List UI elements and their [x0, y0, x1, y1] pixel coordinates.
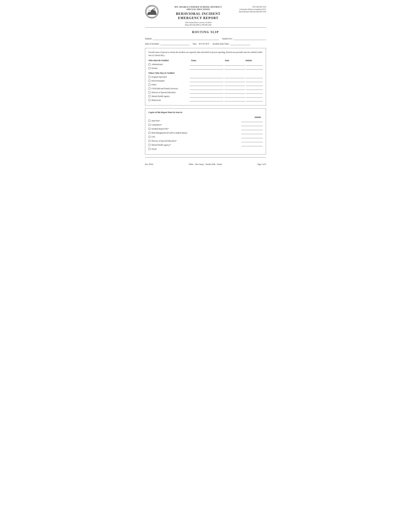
initials-line-administrator[interactable]	[246, 63, 262, 66]
label-administrator: Administrator	[151, 63, 163, 66]
checkbox-administrator[interactable]	[149, 63, 150, 65]
label-mental-health: Mental Health Agency	[151, 95, 170, 97]
checkbox-behaviorist[interactable]	[149, 99, 150, 101]
svg-text:UNIFIED SCHOOL: UNIFIED SCHOOL	[149, 17, 155, 18]
date-line-police[interactable]	[225, 83, 245, 86]
date-line-director-sped[interactable]	[225, 91, 245, 94]
checkbox-incident-report-file[interactable]	[149, 128, 150, 130]
initials-line-director-sped[interactable]	[246, 91, 262, 94]
copies-title: Copies of this Report Must be Sent to:	[149, 111, 262, 114]
initials-line-cumulative[interactable]	[242, 124, 262, 126]
date-line-program-specialist[interactable]	[225, 76, 245, 78]
copies-item-parent: Parent	[149, 148, 262, 150]
notify-item-behaviorist: Behaviorist	[149, 99, 262, 101]
student-no-field[interactable]	[234, 37, 266, 40]
notify-item-cfs: CFS(Child and Family Services)	[149, 87, 262, 90]
label-cfs-copies: CFS	[151, 136, 155, 138]
header-right-info: FAX (925) 687 3139 Community Advisory Co…	[234, 5, 266, 13]
date-line-mental-health[interactable]	[225, 95, 245, 97]
initials-line-program-specialist[interactable]	[246, 76, 262, 78]
label-parents: Parents	[151, 67, 158, 69]
initials-line-incident-report-file[interactable]	[242, 127, 262, 130]
initials-line-mental-health-copies[interactable]	[242, 144, 262, 146]
name-line-doctor-hospital[interactable]	[190, 79, 223, 82]
notify-table-header: Who Must Be Notified Name Date Initials	[149, 59, 262, 62]
name-line-police[interactable]	[190, 83, 223, 86]
date-line-doctor-hospital[interactable]	[225, 79, 245, 82]
checkbox-risk-management[interactable]	[149, 132, 150, 134]
notify-item-program-specialist: Program Specialist	[149, 76, 262, 78]
copies-item-mental-health-copies: Mental Health Agency*	[149, 144, 262, 146]
checkbox-director-sped[interactable]	[149, 91, 150, 93]
name-line-director-sped[interactable]	[190, 91, 223, 94]
date-line-behaviorist[interactable]	[225, 99, 245, 101]
label-cfs: CFS(Child and Family Services)	[151, 87, 178, 90]
label-cumulative: Cumulative*	[151, 124, 162, 126]
checkbox-cumulative[interactable]	[149, 124, 150, 126]
label-risk-management: Risk Management (if staff or student inj…	[151, 132, 187, 134]
copies-item-risk-management: Risk Management (if staff or student inj…	[149, 132, 262, 134]
date-line-administrator[interactable]	[225, 63, 245, 66]
checkbox-police[interactable]	[149, 84, 150, 86]
footer-copies: White – Site Canary – Teacher Pink – Par…	[189, 163, 222, 165]
initials-line-risk-management[interactable]	[242, 132, 262, 134]
footer-rev: Rev. 09/04	[145, 163, 153, 165]
notify-item-administrator: Administrator	[149, 63, 262, 66]
footer-divider	[145, 157, 266, 158]
initials-line-mental-health[interactable]	[246, 95, 262, 97]
label-doctor-hospital: Doctor/Hospital	[151, 80, 165, 82]
incident-start-time: Incident Start Time:	[213, 42, 250, 45]
initials-line-staff-file[interactable]	[242, 119, 262, 122]
name-line-cfs[interactable]	[190, 87, 223, 90]
others-header: Others Who May be Notified	[149, 72, 262, 74]
initials-line-doctor-hospital[interactable]	[246, 79, 262, 82]
checkbox-parents[interactable]	[149, 67, 150, 69]
copies-item-director-sped-copies: Director of Special Education*	[149, 140, 262, 142]
copies-item-cumulative: Cumulative*	[149, 124, 262, 126]
notify-item-mental-health: Mental Health Agency	[149, 95, 262, 97]
page-header: UNIFIED SCHOOL DIABLO ★ MT. ★ MT. DIABLO…	[145, 5, 266, 26]
copies-item-staff-file: Staff File*	[149, 119, 262, 122]
svg-text:DIABLO: DIABLO	[150, 6, 153, 7]
date-of-incident-label: Date of Incident:	[145, 43, 159, 45]
svg-point-2	[148, 10, 150, 11]
name-line-program-specialist[interactable]	[190, 76, 223, 78]
initials-line-cfs-copies[interactable]	[242, 136, 262, 138]
header-center: MT. DIABLO UNIFIED SCHOOL DISTRICT SPECI…	[163, 5, 234, 26]
checkbox-director-sped-copies[interactable]	[149, 140, 150, 142]
name-line-mental-health[interactable]	[190, 95, 223, 97]
checkbox-staff-file[interactable]	[149, 120, 150, 122]
checkbox-mental-health-copies[interactable]	[149, 144, 150, 146]
checkbox-parent[interactable]	[149, 148, 150, 150]
date-line-cfs[interactable]	[225, 87, 245, 90]
name-line-parents[interactable]	[190, 67, 223, 69]
initials-line-behaviorist[interactable]	[246, 99, 262, 101]
label-police: Police	[151, 84, 157, 86]
student-field[interactable]	[153, 37, 219, 40]
col-initials-header: Initials	[245, 59, 262, 62]
name-line-administrator[interactable]	[190, 63, 223, 66]
page-footer: Rev. 09/04 White – Site Canary – Teacher…	[145, 162, 266, 165]
checkbox-mental-health[interactable]	[149, 95, 150, 97]
notify-item-police: Police	[149, 83, 262, 86]
checkbox-doctor-hospital[interactable]	[149, 80, 150, 82]
checkbox-cfs[interactable]	[149, 87, 150, 89]
student-row: Student: Student No.:	[145, 37, 266, 40]
copies-item-cfs-copies: CFS	[149, 136, 262, 138]
notification-intro: Provide name of person to whom the incid…	[149, 51, 262, 57]
col-who-header: Who Must Be Notified	[149, 59, 191, 62]
initials-line-police[interactable]	[246, 83, 262, 86]
checkbox-program-specialist[interactable]	[149, 76, 150, 78]
checkbox-cfs-copies[interactable]	[149, 136, 150, 138]
initials-line-parents[interactable]	[246, 67, 262, 69]
incident-start-time-field[interactable]	[231, 42, 250, 45]
date-line-parents[interactable]	[225, 67, 245, 69]
label-program-specialist: Program Specialist	[151, 76, 167, 78]
initials-line-director-sped-copies[interactable]	[242, 140, 262, 142]
name-line-behaviorist[interactable]	[190, 99, 223, 101]
date-of-incident-field[interactable]	[160, 42, 189, 45]
special-ed-label: SPECIAL EDUCATION	[163, 8, 234, 11]
initials-line-cfs[interactable]	[246, 87, 262, 90]
label-mental-health-copies: Mental Health Agency*	[151, 144, 171, 146]
notify-item-director-sped: Director of Special Education	[149, 91, 262, 94]
